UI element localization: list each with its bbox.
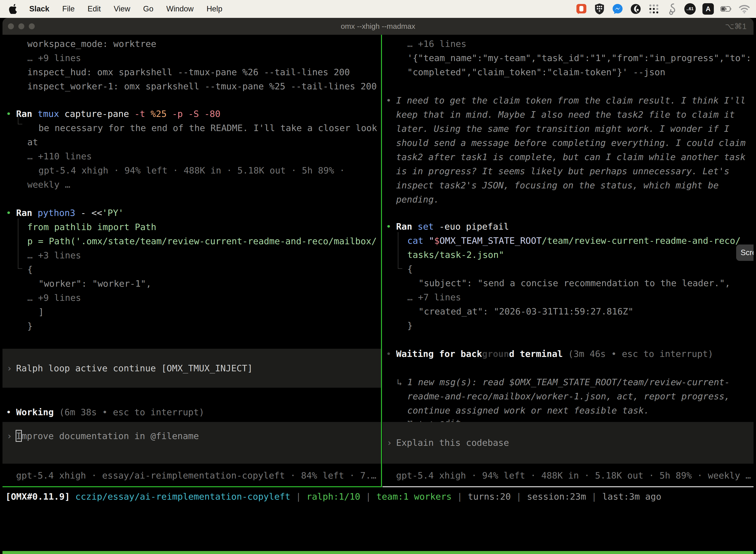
terminal-line: weekly … [2,177,381,191]
terminal-line: cat "$OMX_TEAM_STATE_ROOT/team/review-cu… [382,233,754,248]
terminal-line: } [382,319,754,333]
terminal-line: from pathlib import Path [2,220,381,234]
terminal-line: "subject": "send a concise recommendatio… [382,276,754,290]
thinking-line: keep that in mind. Maybe I also need the… [382,107,754,122]
terminal-line: tasks/task-2.json" [382,248,754,262]
mailbox-message-line: ↳ 1 new msg(s): read $OMX_TEAM_STATE_ROO… [382,375,754,389]
terminal-line: "created_at": "2026-03-31T11:59:27.816Z" [382,304,754,319]
terminal-line: • Ran tmux capture-pane -t %25 -p -S -80 [2,107,381,121]
terminal-line: ] [2,305,381,319]
menu-bar: Slack File Edit View Go Window Help [0,0,756,18]
ralph-loop-banner: › Ralph loop active continue [OMX_TMUX_I… [2,349,381,388]
terminal-line: be necessary for the end of the README. … [2,121,381,135]
input-placeholder: Improve documentation in @filename [16,429,199,443]
terminal-line: gpt-5.4 xhigh · 94% left · 488K in · 5.1… [2,163,381,177]
waiting-status-line: • Waiting for background terminal (3m 46… [382,347,754,361]
desktop: Slack File Edit View Go Window Help [0,0,756,554]
terminal-line: "worker": "worker-1", [2,277,381,291]
prompt-icon: › [7,361,12,375]
mailbox-message-line: readme-and-reco/mailbox/worker-1.json, a… [382,389,754,403]
menu-item-go[interactable]: Go [143,4,153,13]
terminal-line: … +9 lines [2,51,381,65]
tmux-host-clock: "MacBook-Pro-44.local" 05:03 31-Mar-26 [547,551,751,554]
battery-icon[interactable] [720,3,732,15]
window-titlebar: omx --xhigh --madmax ⌥⌘1 [2,18,754,35]
bullet-icon: • [386,93,391,107]
screen-edge-tooltip[interactable]: Scre [736,244,754,261]
screen-record-icon[interactable] [576,3,587,15]
input-source-icon[interactable]: A [702,3,714,15]
pane-left[interactable]: workspace_mode: worktree … +9 lines insp… [2,35,381,486]
menu-item-window[interactable]: Window [166,4,193,13]
text-cursor [16,430,22,442]
bullet-icon: • [6,405,11,419]
pane-divider-vertical[interactable] [381,35,382,487]
terminal-line: at [2,135,381,149]
terminal-line: • Ran set -euo pipefail [382,219,754,233]
terminal-line: p = Path('.omx/state/team/review-current… [2,234,381,248]
thinking-line: task2 after task1 is complete, but can I… [382,150,754,164]
window-shortcut: ⌥⌘1 [725,18,747,35]
bullet-icon: • [386,219,391,233]
terminal-window: omx --xhigh --madmax ⌥⌘1 workspace_mode:… [2,18,754,554]
thinking-line: is in progress? It seems likely but perh… [382,164,754,178]
terminal-content: workspace_mode: worktree … +9 lines insp… [2,35,754,554]
apple-icon[interactable] [9,4,17,14]
terminal-line: { [382,262,754,276]
input-line: › Improve documentation in @filename [2,429,381,443]
thinking-line: inspect task2's JSON, focusing on the st… [382,178,754,192]
pane-divider-bottom-right [382,486,754,487]
thinking-line: should send a message before completing … [382,136,754,150]
prompt-icon: › [7,429,12,443]
app-grid-icon[interactable] [648,3,659,15]
thinking-line: later. Using the same for transition mig… [382,122,754,136]
menu-item-edit[interactable]: Edit [87,4,101,13]
menu-status-icons: ..61 A [576,0,750,18]
bullet-icon: • [386,347,391,361]
menu-item-view[interactable]: View [114,4,130,13]
terminal-line: › Ralph loop active continue [OMX_TMUX_I… [2,361,381,375]
reply-arrow-icon: ↳ [397,375,402,389]
mailbox-message-line: continue assigned work or next feasible … [382,403,754,418]
tmux-session-label[interactable]: [omx-cczip0:bash* [4,551,96,554]
input-placeholder: Explain this codebase [396,436,509,450]
window-title: omx --xhigh --madmax [2,18,754,35]
terminal-line: … +7 lines [382,290,754,304]
tmux-status-bar: [omx-cczip0:bash* "MacBook-Pro-44.local"… [2,551,754,554]
c-circle-icon[interactable] [630,3,641,15]
terminal-line: workspace_mode: worktree [2,37,381,51]
prompt-input-right[interactable]: › Explain this codebase [382,422,754,464]
terminal-line: … +9 lines [2,291,381,305]
input-source-label: A [706,5,711,13]
terminal-line: … +16 lines [382,37,754,51]
terminal-line: inspect_worker-1: omx sparkshell --tmux-… [2,79,381,93]
menu-item-help[interactable]: Help [207,4,223,13]
prompt-icon: › [387,436,392,450]
terminal-line: • Ran python3 - <<'PY' [2,206,381,220]
model-status-line: gpt-5.4 xhigh · essay/ai-reimplementatio… [2,468,381,483]
thinking-line: pending. [382,192,754,207]
menu-app-name[interactable]: Slack [29,4,49,13]
input-line: › Explain this codebase [382,436,754,450]
menu-item-file[interactable]: File [62,4,75,13]
working-status-line: • Working (6m 38s • esc to interrupt) [2,405,381,419]
omx-hud-statusline: [OMX#0.11.9] cczip/essay/ai-reimplementa… [5,490,661,504]
terminal-line: "completed","claim_token":"claim-token"}… [382,65,754,79]
terminal-line: … +110 lines [2,149,381,163]
bullet-icon: • [6,206,11,220]
terminal-line: '{"team_name":"my-team","task_id":"1","f… [382,51,754,65]
terminal-line: … +3 lines [2,248,381,262]
terminal-line: } [2,319,381,333]
messenger-icon[interactable] [612,3,623,15]
model-status-line: gpt-5.4 xhigh · 94% left · 488K in · 5.1… [382,468,754,483]
terminal-line: { [2,262,381,277]
keypad-shield-icon[interactable] [594,3,605,15]
bullet-icon: • [6,107,11,121]
pane-right[interactable]: … +16 lines '{"team_name":"my-team","tas… [382,35,754,486]
badge-61-label: ..61 [687,6,693,11]
wifi-icon[interactable] [739,3,750,15]
prompt-input-left[interactable]: › Improve documentation in @filename [2,422,381,464]
hook-icon[interactable] [666,3,678,15]
badge-61-icon[interactable]: ..61 [684,3,696,15]
terminal-line: inspect_hud: omx sparkshell --tmux-pane … [2,65,381,79]
